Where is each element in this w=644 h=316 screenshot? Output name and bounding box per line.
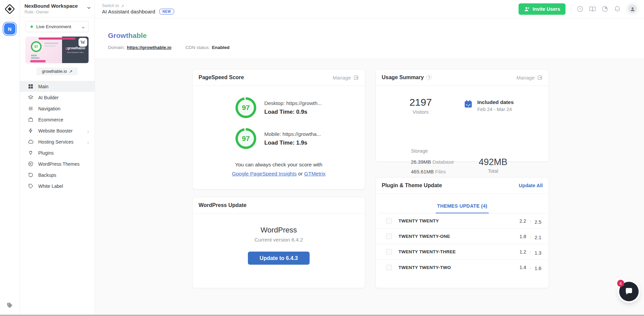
version-arrow-icon: › (530, 249, 531, 255)
user-plus-icon (524, 6, 530, 12)
theme-checkbox[interactable] (386, 218, 392, 224)
version-to: 1.6 (535, 266, 541, 271)
update-all-link[interactable]: Update All (519, 183, 543, 188)
notifications-bell-icon[interactable] (614, 5, 621, 12)
pagespeed-title: PageSpeed Score (199, 74, 244, 81)
switch-dashboard-link[interactable]: Switch to ↗ AI Assistant dashboard NEW (102, 3, 174, 15)
mobile-load-time: Load Time: 1.9s (264, 140, 321, 146)
help-icon[interactable]: ? (426, 75, 432, 80)
included-dates-range: Feb 24 - Mar 24 (477, 107, 514, 112)
visitors-label: Visitors (404, 109, 437, 115)
tag-icon (28, 183, 34, 189)
knowledge-book-icon[interactable] (589, 5, 596, 12)
open-external-icon (353, 75, 359, 81)
wordpress-update-button[interactable]: Update to 6.4.3 (248, 252, 310, 265)
workspace-switcher[interactable]: NexBound Workspace Role: Owner (20, 0, 95, 17)
gtmetrix-link[interactable]: GTMetrix (304, 171, 326, 176)
storage-total-label: Total (476, 168, 510, 174)
thumbnail-left-pane: 97 (25, 37, 62, 63)
storage-total-value: 492MB (476, 157, 510, 167)
new-badge: NEW (159, 9, 174, 14)
thumbnail-score-ring: 97 (31, 41, 42, 52)
or-text: or (298, 171, 303, 176)
sidebar-item-hosting-services[interactable]: Hosting Services (20, 136, 95, 147)
thumbnail-top-bar (39, 38, 75, 40)
cdn-status-label: CDN status: (185, 45, 210, 50)
pagespeed-card: PageSpeed Score Manage 97 (192, 69, 365, 190)
usage-manage-link[interactable]: Manage (517, 75, 543, 81)
google-pagespeed-link[interactable]: Google PageSpeed Insights (232, 171, 297, 176)
included-dates-title: Included dates (477, 99, 514, 105)
workspace-avatar-n[interactable]: N (4, 23, 15, 35)
chat-widget-button[interactable]: 6 (619, 282, 639, 301)
wordpress-name: WordPress (261, 226, 297, 234)
domain-label: Domain: (108, 45, 125, 50)
sidebar-item-navigation[interactable]: Navigation (20, 103, 95, 114)
usage-pie-icon[interactable] (601, 5, 608, 12)
external-link-icon: ↗ (69, 69, 72, 74)
sidebar-item-ecommerce[interactable]: Ecommerce (20, 114, 95, 125)
theme-checkbox[interactable] (386, 233, 392, 239)
sidebar-item-plugins[interactable]: Plugins (20, 147, 95, 158)
wordpress-update-title: WordPress Update (199, 202, 247, 208)
sidebar-item-ai-builder[interactable]: AI Builder (20, 92, 95, 103)
wordpress-icon (28, 161, 34, 167)
tab-themes-update[interactable]: THEMES UPDATE (4) (436, 203, 489, 213)
tag-icon[interactable] (6, 302, 13, 309)
desktop-load-time: Load Time: 0.9s (264, 109, 322, 115)
theme-checkbox[interactable] (386, 249, 392, 255)
cloud-icon (28, 139, 34, 145)
site-domain-link[interactable]: growthable.io ↗ (37, 67, 78, 75)
horizontal-scrollbar[interactable] (0, 315, 644, 316)
version-arrow-icon: › (530, 265, 531, 270)
version-to: 1.3 (535, 250, 541, 256)
theme-checkbox[interactable] (386, 265, 392, 270)
lightning-icon (28, 128, 34, 134)
usage-summary-card: Usage Summary ? Manage 2197 Visitors (375, 69, 549, 162)
sidebar-item-wordpress-themes[interactable]: WordPress Themes (20, 158, 95, 169)
account-menu-button[interactable] (626, 3, 639, 15)
user-avatar-icon (628, 4, 637, 13)
environment-select[interactable]: Live Environment (25, 21, 89, 32)
site-preview-thumbnail[interactable]: 97 ggrowthable Quick Explainer Video W (25, 37, 89, 63)
version-to: 2.1 (535, 235, 541, 240)
page-title: Growthable (108, 32, 147, 40)
app-logo-icon (5, 4, 15, 14)
thumbnail-caption: Quick Explainer Video (67, 51, 84, 53)
history-clock-icon[interactable] (577, 5, 584, 12)
topbar-actions: Invite Users (519, 3, 639, 15)
site-sidebar: NexBound Workspace Role: Owner Live Envi… (20, 0, 95, 316)
sidebar-item-main[interactable]: Main (20, 81, 95, 92)
open-external-icon (537, 75, 543, 81)
chevron-down-icon (87, 5, 91, 10)
version-to: 2.5 (535, 219, 541, 225)
version-arrow-icon: › (530, 233, 531, 239)
live-status-dot (31, 25, 33, 28)
invite-users-button[interactable]: Invite Users (519, 3, 566, 15)
briefcase-icon (28, 117, 34, 122)
version-arrow-icon: › (530, 218, 531, 224)
version-from: 1.4 (520, 265, 526, 270)
usage-summary-title: Usage Summary ? (382, 74, 432, 81)
sidebar-item-backups[interactable]: Backups (20, 169, 95, 180)
topbar-divider (571, 5, 571, 13)
sidebar-item-white-label[interactable]: White Label (20, 180, 95, 192)
theme-row: TWENTY TWENTY-TWO 1.4 › 1.6 (376, 260, 549, 275)
site-meta-row: Domain: https://growthable.io CDN status… (108, 45, 644, 50)
environment-label: Live Environment (36, 24, 81, 29)
chevron-right-icon (86, 140, 90, 144)
external-link-icon: ↗ (121, 3, 124, 8)
topbar: Switch to ↗ AI Assistant dashboard NEW I… (95, 0, 644, 18)
theme-row: TWENTY TWENTY-ONE 1.8 › 2.1 (376, 229, 549, 244)
version-from: 1.8 (520, 234, 526, 239)
included-dates: Included dates Feb 24 - Mar 24 (464, 99, 514, 112)
domain-link[interactable]: https://growthable.io (127, 45, 171, 50)
sidebar-item-website-booster[interactable]: Website Booster (20, 125, 95, 136)
pagespeed-manage-link[interactable]: Manage (333, 75, 359, 81)
rail-divider (5, 17, 15, 18)
theme-row: TWENTY TWENTY 2.2 › 2.5 (376, 213, 549, 229)
pagespeed-desktop-row: 97 Desktop: https://growth... Load Time:… (235, 97, 365, 118)
calendar-icon (464, 99, 473, 109)
chevron-right-icon (86, 129, 90, 133)
storage-label: Storage (411, 148, 428, 154)
